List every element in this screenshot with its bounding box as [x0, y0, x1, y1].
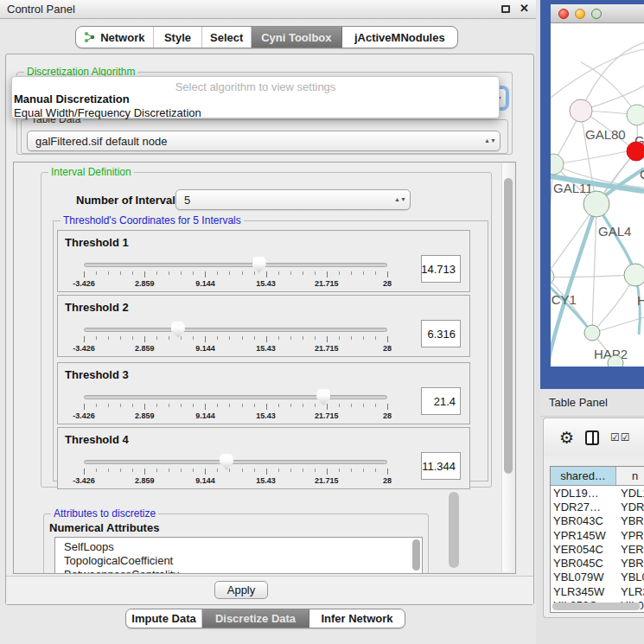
tab-select[interactable]: Select — [202, 27, 252, 48]
cyni-bottom-tabs: Impute Data Discretize Data Infer Networ… — [125, 609, 405, 628]
table-cell[interactable]: YLR3 — [616, 585, 644, 598]
column-header-name[interactable]: n — [616, 467, 644, 485]
table-row[interactable]: YBR043CYBR0 — [551, 514, 644, 528]
slider-track[interactable] — [84, 328, 387, 332]
table-row[interactable]: YPR145WYPR1 — [551, 528, 644, 542]
close-button[interactable] — [558, 9, 569, 19]
table-panel-bar: Table Panel — [540, 389, 644, 417]
attributes-scrollbar-thumb[interactable] — [449, 492, 459, 568]
table-cell[interactable]: YER0 — [616, 543, 644, 556]
table-cell[interactable]: YDL19… — [551, 487, 616, 500]
threshold-slider[interactable]: -3.4262.8599.14415.4321.71528 — [84, 456, 387, 487]
tab-infer-network[interactable]: Infer Network — [309, 609, 405, 628]
panel-title: Control Panel — [7, 3, 75, 16]
threshold-panel: Threshold 3 -3.4262.8599.14415.4321.7152… — [57, 362, 470, 424]
table-cell[interactable]: YPR145W — [551, 529, 616, 542]
network-node[interactable] — [608, 355, 623, 367]
table-cell[interactable]: YBR045C — [551, 557, 616, 570]
node-label: GAL80 — [585, 127, 626, 142]
minimize-button[interactable] — [575, 9, 585, 19]
table-cell[interactable]: YBL079W — [551, 571, 616, 583]
close-icon[interactable]: ✕ — [520, 2, 529, 15]
table-row[interactable]: YLR345WYLR3 — [551, 584, 644, 598]
list-item[interactable]: BetweennessCentrality — [64, 568, 422, 574]
table-cell[interactable]: YBR043C — [551, 514, 616, 527]
vertical-scrollbar[interactable] — [501, 163, 514, 572]
table-data-combobox[interactable]: galFiltered.sif default node ▲▼ — [27, 131, 501, 151]
tab-label: Impute Data — [131, 612, 195, 625]
slider-track[interactable] — [84, 460, 387, 464]
slider-ticks — [84, 336, 387, 343]
network-node[interactable] — [584, 325, 600, 341]
float-panel-icon[interactable] — [501, 5, 510, 13]
table-cell[interactable]: YDL1 — [616, 487, 644, 500]
scrollbar-thumb[interactable] — [504, 178, 513, 474]
threshold-value-input[interactable]: 21.4 — [421, 387, 461, 415]
network-node[interactable] — [570, 99, 592, 122]
horizontal-scrollbar[interactable] — [552, 603, 641, 610]
network-node[interactable] — [551, 154, 564, 175]
table-cell[interactable]: YDR2 — [616, 501, 644, 513]
tick-label: 2.859 — [135, 476, 155, 485]
table-row[interactable]: YER054CYER0 — [551, 542, 644, 556]
threshold-panel: Threshold 4 -3.4262.8599.14415.4321.7152… — [57, 427, 470, 489]
network-node[interactable] — [583, 191, 609, 217]
control-panel-titlebar: Control Panel ✕ — [0, 0, 536, 19]
list-scrollbar[interactable] — [412, 539, 420, 571]
slider-track[interactable] — [84, 395, 387, 399]
slider-ticks — [84, 469, 387, 475]
checkbox-icons[interactable]: ☑☑ — [610, 431, 631, 443]
number-of-intervals-combobox[interactable]: 5 ▲▼ — [175, 189, 411, 210]
zoom-button[interactable] — [591, 9, 602, 19]
tab-label: Infer Network — [321, 612, 392, 625]
tab-label: Cyni Toolbox — [261, 31, 331, 44]
threshold-value-input[interactable]: 11.344 — [421, 452, 461, 480]
node-table[interactable]: shared… n YDL19…YDL1YDR27…YDR2YBR043CYBR… — [550, 466, 644, 613]
tick-label: 21.715 — [315, 411, 339, 420]
apply-button[interactable]: Apply — [214, 581, 268, 599]
network-canvas[interactable]: GAL80GACGAL11GAL4GCY1HHAP2 — [551, 23, 644, 367]
table-cell[interactable]: YER054C — [551, 543, 616, 556]
table-row[interactable]: YBL079WYBL0 — [551, 571, 644, 584]
network-icon — [84, 31, 95, 43]
tab-jactivemnodules[interactable]: jActiveMNodules — [342, 27, 457, 48]
threshold-panel: Threshold 2 -3.4262.8599.14415.4321.7152… — [57, 295, 470, 357]
settings-gear-icon[interactable]: ⚙ — [559, 430, 574, 446]
network-node[interactable] — [624, 264, 644, 286]
table-cell[interactable]: YDR27… — [551, 501, 616, 513]
control-panel: Control Panel ✕ Network Style Select Cyn… — [0, 0, 536, 644]
tab-style[interactable]: Style — [154, 27, 203, 48]
list-item[interactable]: SelfLoops — [64, 540, 422, 554]
table-cell[interactable]: YLR345W — [551, 585, 616, 598]
column-layout-icon[interactable] — [585, 430, 599, 445]
network-node[interactable] — [627, 142, 644, 161]
tick-label: 28 — [383, 279, 392, 288]
slider-track[interactable] — [84, 263, 387, 267]
table-row[interactable]: YDR27…YDR2 — [551, 500, 644, 513]
tab-cyni-toolbox[interactable]: Cyni Toolbox — [252, 27, 342, 48]
table-cell[interactable]: YPR1 — [616, 529, 644, 542]
threshold-value-input[interactable]: 14.713 — [421, 255, 461, 283]
table-row[interactable]: YDL19…YDL1 — [551, 486, 644, 500]
table-cell[interactable]: YBL0 — [616, 571, 644, 583]
popup-item-equal-width-frequency[interactable]: Equal Width/Frequency Discretization — [14, 106, 201, 119]
threshold-slider[interactable]: -3.4262.8599.14415.4321.71528 — [84, 258, 387, 290]
threshold-value-input[interactable]: 6.316 — [421, 320, 461, 348]
table-cell[interactable]: YBR0 — [616, 557, 644, 570]
combo-stepper-icon: ▲▼ — [485, 131, 495, 150]
threshold-label: Threshold 2 — [65, 301, 129, 314]
threshold-slider[interactable]: -3.4262.8599.14415.4321.71528 — [84, 391, 387, 422]
table-cell[interactable]: YBR0 — [616, 514, 644, 527]
threshold-slider[interactable]: -3.4262.8599.14415.4321.71528 — [84, 323, 387, 354]
tab-discretize-data[interactable]: Discretize Data — [202, 609, 309, 628]
column-header-shared-name[interactable]: shared… — [551, 467, 616, 485]
popup-item-manual-discretization[interactable]: Manual Discretization — [14, 92, 130, 105]
slider-ticks — [84, 404, 387, 411]
tab-network[interactable]: Network — [76, 27, 154, 48]
table-row[interactable]: YBR045CYBR0 — [551, 556, 644, 570]
list-item[interactable]: TopologicalCoefficient — [64, 554, 422, 568]
group-title: Interval Definition — [48, 166, 134, 178]
threshold-panel: Threshold 1 -3.4262.8599.14415.4321.7152… — [57, 230, 470, 292]
network-node[interactable] — [627, 105, 644, 125]
tab-impute-data[interactable]: Impute Data — [126, 609, 202, 628]
